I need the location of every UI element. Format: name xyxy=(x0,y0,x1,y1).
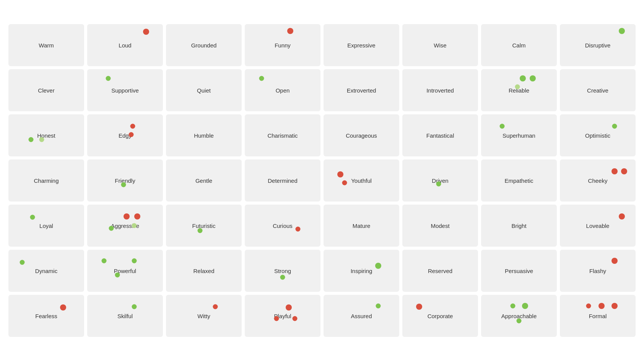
cell-label: Humble xyxy=(194,132,214,139)
dot-indicator xyxy=(416,304,422,310)
grid-cell[interactable]: Humble xyxy=(166,114,242,156)
grid-cell[interactable]: Reserved xyxy=(402,250,478,292)
grid-cell[interactable]: Supportive xyxy=(87,69,163,111)
grid-cell[interactable]: Futuristic xyxy=(166,205,242,247)
grid-cell[interactable]: Mature xyxy=(324,205,399,247)
dot-indicator xyxy=(530,75,536,81)
dot-indicator xyxy=(611,258,618,264)
grid-cell[interactable]: Calm xyxy=(481,24,557,66)
cell-label: Mature xyxy=(353,223,371,229)
grid-cell[interactable]: Honest xyxy=(8,114,84,156)
grid-cell[interactable]: Skilful xyxy=(87,295,163,337)
dot-indicator xyxy=(500,124,505,128)
cell-label: Cheeky xyxy=(588,177,608,184)
dot-indicator xyxy=(134,213,140,220)
dot-indicator xyxy=(611,303,618,309)
cell-label: Introverted xyxy=(426,87,454,94)
dot-indicator xyxy=(121,182,126,187)
grid-cell[interactable]: Loveable xyxy=(560,205,636,247)
grid-cell[interactable]: Cheeky xyxy=(560,159,636,202)
grid-cell[interactable]: Assured xyxy=(324,295,399,337)
grid-cell[interactable]: Funny xyxy=(245,24,320,66)
dot-indicator xyxy=(143,29,149,35)
grid-cell[interactable]: Playful xyxy=(245,295,320,337)
grid-cell[interactable]: Determined xyxy=(245,159,320,202)
grid-cell[interactable]: Superhuman xyxy=(481,114,557,156)
grid-cell[interactable]: Open xyxy=(245,69,320,111)
grid-cell[interactable]: Driven xyxy=(402,159,478,202)
cell-label: Relaxed xyxy=(193,268,214,274)
grid-cell[interactable]: Modest xyxy=(402,205,478,247)
grid-cell[interactable]: Powerful xyxy=(87,250,163,292)
cell-label: Curious xyxy=(273,223,293,229)
grid-cell[interactable]: Charming xyxy=(8,159,84,202)
grid-cell[interactable]: Grounded xyxy=(166,24,242,66)
dot-indicator xyxy=(198,228,203,233)
grid-cell[interactable]: Disruptive xyxy=(560,24,636,66)
grid-cell[interactable]: Dynamic xyxy=(8,250,84,292)
grid-cell[interactable]: Loyal xyxy=(8,205,84,247)
grid-cell[interactable]: Loud xyxy=(87,24,163,66)
dot-indicator xyxy=(39,137,44,142)
dot-indicator xyxy=(337,171,343,177)
grid-cell[interactable]: Persuasive xyxy=(481,250,557,292)
grid-cell[interactable]: Reliable xyxy=(481,69,557,111)
cell-label: Fantastical xyxy=(426,132,454,139)
cell-label: Wise xyxy=(434,42,446,49)
grid-cell[interactable]: Edgy xyxy=(87,114,163,156)
grid-cell[interactable]: Bright xyxy=(481,205,557,247)
cell-label: Extroverted xyxy=(347,87,376,94)
dot-indicator xyxy=(287,28,293,34)
grid-cell[interactable]: Inspiring xyxy=(324,250,399,292)
grid-cell[interactable]: Warm xyxy=(8,24,84,66)
cell-label: Flashy xyxy=(589,268,606,274)
dot-indicator xyxy=(124,213,130,220)
dot-indicator xyxy=(280,275,285,280)
cell-label: Determined xyxy=(268,177,298,184)
dot-indicator xyxy=(611,168,618,174)
cell-label: Loud xyxy=(119,42,131,49)
dot-indicator xyxy=(132,223,137,228)
grid-cell[interactable]: Witty xyxy=(166,295,242,337)
grid-cell[interactable]: Gentle xyxy=(166,159,242,202)
dot-indicator xyxy=(274,316,279,321)
grid-cell[interactable]: Flashy xyxy=(560,250,636,292)
grid-cell[interactable]: Courageous xyxy=(324,114,399,156)
grid-cell[interactable]: Expressive xyxy=(324,24,399,66)
grid-cell[interactable]: Formal xyxy=(560,295,636,337)
dot-indicator xyxy=(621,168,627,174)
grid-cell[interactable]: Fearless xyxy=(8,295,84,337)
grid-cell[interactable]: Wise xyxy=(402,24,478,66)
grid-cell[interactable]: Empathetic xyxy=(481,159,557,202)
dot-indicator xyxy=(109,226,114,231)
grid-cell[interactable]: Friendly xyxy=(87,159,163,202)
cell-label: Fearless xyxy=(35,313,57,319)
grid-cell[interactable]: Introverted xyxy=(402,69,478,111)
grid-cell[interactable]: Corporate xyxy=(402,295,478,337)
dot-indicator xyxy=(586,303,591,308)
grid-cell[interactable]: Fantastical xyxy=(402,114,478,156)
personality-grid: WarmLoudGroundedFunnyExpressiveWiseCalmD… xyxy=(8,24,636,337)
grid-cell[interactable]: Clever xyxy=(8,69,84,111)
dot-indicator xyxy=(286,304,292,311)
dot-indicator xyxy=(106,76,111,81)
dot-indicator xyxy=(130,124,135,128)
grid-cell[interactable]: Extroverted xyxy=(324,69,399,111)
grid-cell[interactable]: Quiet xyxy=(166,69,242,111)
grid-cell[interactable]: Strong xyxy=(245,250,320,292)
cell-label: Calm xyxy=(512,42,525,49)
grid-cell[interactable]: Curious xyxy=(245,205,320,247)
dot-indicator xyxy=(515,85,520,89)
cell-label: Quiet xyxy=(197,87,211,94)
grid-cell[interactable]: Charismatic xyxy=(245,114,320,156)
grid-cell[interactable]: Relaxed xyxy=(166,250,242,292)
cell-label: Charming xyxy=(34,177,59,184)
grid-cell[interactable]: Aggressive xyxy=(87,205,163,247)
dot-indicator xyxy=(436,181,441,186)
grid-cell[interactable]: Youthful xyxy=(324,159,399,202)
cell-label: Corporate xyxy=(428,313,453,319)
grid-cell[interactable]: Creative xyxy=(560,69,636,111)
grid-cell[interactable]: Optimistic xyxy=(560,114,636,156)
cell-label: Warm xyxy=(39,42,54,49)
grid-cell[interactable]: Approachable xyxy=(481,295,557,337)
